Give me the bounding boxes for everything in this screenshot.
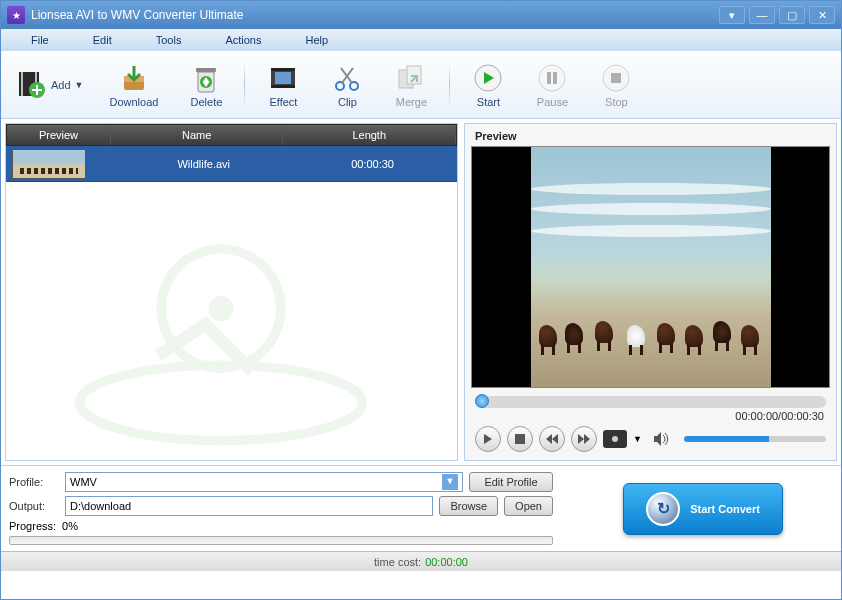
edit-profile-button[interactable]: Edit Profile (469, 472, 553, 492)
player-play-button[interactable] (475, 426, 501, 452)
player-screen[interactable] (471, 146, 830, 388)
svg-rect-24 (515, 434, 525, 444)
toolbar-separator (244, 62, 245, 107)
download-label: Download (110, 96, 159, 108)
pause-icon (536, 62, 568, 94)
toolbar: Add ▼ Download Delete Effect Clip Merge (1, 51, 841, 119)
app-icon: ★ (7, 6, 25, 24)
player-rewind-button[interactable] (539, 426, 565, 452)
svg-point-26 (612, 436, 618, 442)
start-label: Start (477, 96, 500, 108)
download-button[interactable]: Download (96, 54, 173, 115)
row-name: Wildlife.avi (119, 158, 288, 170)
list-row[interactable]: Wildlife.avi 00:00:30 (6, 146, 457, 182)
svg-rect-9 (271, 68, 295, 71)
app-title: Lionsea AVI to WMV Converter Ultimate (31, 8, 719, 22)
delete-button[interactable]: Delete (176, 54, 236, 115)
maximize-button[interactable]: ▢ (779, 6, 805, 24)
svg-rect-10 (271, 85, 295, 88)
delete-label: Delete (191, 96, 223, 108)
svg-point-16 (539, 65, 565, 91)
chevron-down-icon: ▼ (442, 474, 458, 490)
minimize-button[interactable]: — (749, 6, 775, 24)
add-button[interactable]: Add ▼ (7, 54, 92, 115)
player-controls: ▼ (469, 422, 832, 456)
stop-button[interactable]: Stop (586, 54, 646, 115)
effect-icon (267, 62, 299, 94)
preview-title: Preview (469, 128, 832, 144)
browse-button[interactable]: Browse (439, 496, 498, 516)
bottom-panel: Profile: WMV ▼ Edit Profile Output: D:\d… (1, 465, 841, 551)
video-frame (531, 147, 771, 387)
merge-label: Merge (396, 96, 427, 108)
merge-icon (395, 62, 427, 94)
svg-rect-1 (21, 72, 23, 96)
delete-icon (190, 62, 222, 94)
svg-rect-20 (611, 73, 621, 83)
menu-edit[interactable]: Edit (71, 34, 134, 46)
status-bar: time cost: 00:00:00 (1, 551, 841, 571)
profile-select[interactable]: WMV ▼ (65, 472, 463, 492)
settings-area: Profile: WMV ▼ Edit Profile Output: D:\d… (9, 472, 553, 545)
pause-button[interactable]: Pause (522, 54, 582, 115)
seek-knob[interactable] (475, 394, 489, 408)
time-cost-value: 00:00:00 (425, 556, 468, 568)
effect-label: Effect (269, 96, 297, 108)
progress-bar (9, 536, 553, 545)
row-length: 00:00:30 (288, 158, 457, 170)
stop-icon (600, 62, 632, 94)
menu-actions[interactable]: Actions (203, 34, 283, 46)
progress-label: Progress: (9, 520, 56, 532)
convert-icon: ↻ (646, 492, 680, 526)
start-button[interactable]: Start (458, 54, 518, 115)
progress-value: 0% (62, 520, 78, 532)
time-cost-label: time cost: (374, 556, 421, 568)
output-label: Output: (9, 500, 59, 512)
output-path-input[interactable]: D:\download (65, 496, 433, 516)
player-forward-button[interactable] (571, 426, 597, 452)
download-icon (118, 62, 150, 94)
chevron-down-icon: ▼ (75, 80, 84, 90)
close-button[interactable]: ✕ (809, 6, 835, 24)
menu-tools[interactable]: Tools (134, 34, 204, 46)
main-area: Preview Name Length Wildlife.avi 00:00:3… (1, 119, 841, 465)
menu-bar: File Edit Tools Actions Help (1, 29, 841, 51)
col-length[interactable]: Length (283, 125, 456, 145)
col-preview[interactable]: Preview (7, 125, 111, 145)
profile-label: Profile: (9, 476, 59, 488)
player-stop-button[interactable] (507, 426, 533, 452)
clip-scissors-icon (331, 62, 363, 94)
time-display: 00:00:00/00:00:30 (469, 410, 832, 422)
window-buttons: ▾ — ▢ ✕ (719, 6, 835, 24)
stop-label: Stop (605, 96, 628, 108)
preview-pane: Preview 00:00:00/00:00:30 (464, 123, 837, 461)
merge-button[interactable]: Merge (381, 54, 441, 115)
snapshot-button[interactable] (603, 430, 627, 448)
list-header: Preview Name Length (6, 124, 457, 146)
clip-label: Clip (338, 96, 357, 108)
svg-rect-17 (547, 72, 551, 84)
convert-area: ↻ Start Convert (573, 472, 833, 545)
menu-file[interactable]: File (9, 34, 71, 46)
svg-point-23 (208, 296, 233, 321)
add-film-icon (15, 68, 47, 100)
effect-button[interactable]: Effect (253, 54, 313, 115)
pause-label: Pause (537, 96, 568, 108)
dropdown-window-button[interactable]: ▾ (719, 6, 745, 24)
svg-rect-8 (275, 72, 291, 84)
clip-button[interactable]: Clip (317, 54, 377, 115)
convert-label: Start Convert (690, 503, 760, 515)
volume-slider[interactable] (684, 436, 826, 442)
svg-point-21 (80, 365, 363, 440)
col-name[interactable]: Name (111, 125, 284, 145)
snapshot-menu-icon[interactable]: ▼ (633, 434, 642, 444)
svg-rect-18 (553, 72, 557, 84)
add-label: Add (51, 79, 71, 91)
menu-help[interactable]: Help (283, 34, 350, 46)
start-convert-button[interactable]: ↻ Start Convert (623, 483, 783, 535)
open-button[interactable]: Open (504, 496, 553, 516)
volume-icon[interactable] (648, 426, 674, 452)
watermark-icon (46, 230, 396, 450)
title-bar: ★ Lionsea AVI to WMV Converter Ultimate … (1, 1, 841, 29)
seek-slider[interactable] (475, 396, 826, 408)
